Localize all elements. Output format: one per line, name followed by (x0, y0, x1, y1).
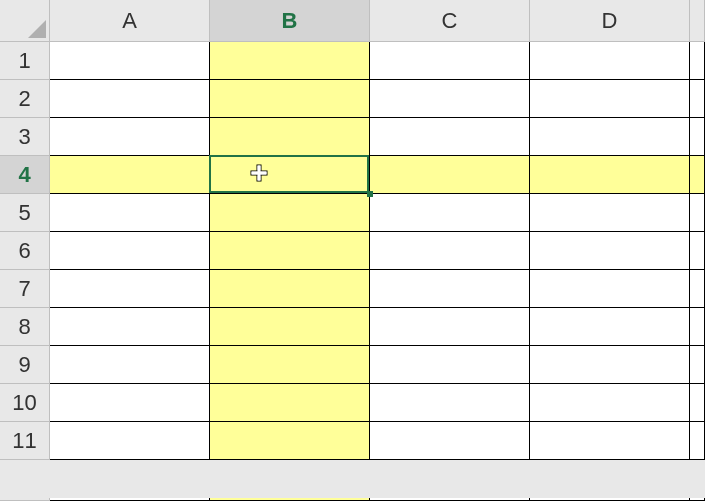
cell-partial6[interactable] (690, 232, 705, 270)
cell-D10[interactable] (530, 384, 690, 422)
cell-C9[interactable] (370, 346, 530, 384)
cell-B5[interactable] (210, 194, 370, 232)
row-header-8[interactable]: 8 (0, 308, 50, 346)
row-header-4[interactable]: 4 (0, 156, 50, 194)
column-header-C[interactable]: C (370, 0, 530, 42)
cell-C8[interactable] (370, 308, 530, 346)
row-header-label: 7 (18, 276, 30, 302)
cell-D11[interactable] (530, 422, 690, 460)
row-header-5[interactable]: 5 (0, 194, 50, 232)
cell-A8[interactable] (50, 308, 210, 346)
row-header-label: 11 (12, 428, 36, 454)
row-header-label: 1 (18, 48, 30, 74)
cell-D4[interactable] (530, 156, 690, 194)
cell-D3[interactable] (530, 118, 690, 156)
cell-C5[interactable] (370, 194, 530, 232)
cell-B1[interactable] (210, 42, 370, 80)
column-header-D[interactable]: D (530, 0, 690, 42)
cell-C11[interactable] (370, 422, 530, 460)
cell-partial7[interactable] (690, 270, 705, 308)
column-header-label: C (442, 8, 458, 34)
fill-handle[interactable] (367, 191, 373, 197)
column-header-partial[interactable] (690, 0, 705, 42)
cell-partial8[interactable] (690, 308, 705, 346)
row-header-10[interactable]: 10 (0, 384, 50, 422)
cell-A3[interactable] (50, 118, 210, 156)
cell-A1[interactable] (50, 42, 210, 80)
row-header-label: 3 (18, 124, 30, 150)
row-header-1[interactable]: 1 (0, 42, 50, 80)
row-header-3[interactable]: 3 (0, 118, 50, 156)
cell-A7[interactable] (50, 270, 210, 308)
cell-B3[interactable] (210, 118, 370, 156)
select-all-triangle-icon (28, 20, 46, 38)
row-header-label: 5 (18, 200, 30, 226)
cell-C3[interactable] (370, 118, 530, 156)
cell-D9[interactable] (530, 346, 690, 384)
cell-B9[interactable] (210, 346, 370, 384)
row-header-11[interactable]: 11 (0, 422, 50, 460)
row-header-label: 4 (18, 162, 30, 188)
cell-A4[interactable] (50, 156, 210, 194)
cell-partial4[interactable] (690, 156, 705, 194)
cell-D1[interactable] (530, 42, 690, 80)
cell-C6[interactable] (370, 232, 530, 270)
cell-partial10[interactable] (690, 384, 705, 422)
row-header-label: 9 (18, 352, 30, 378)
row-header-2[interactable]: 2 (0, 80, 50, 118)
cell-C10[interactable] (370, 384, 530, 422)
cell-A11[interactable] (50, 422, 210, 460)
column-header-label: B (282, 8, 298, 34)
cell-D7[interactable] (530, 270, 690, 308)
row-header-label: 10 (12, 390, 36, 416)
cell-B2[interactable] (210, 80, 370, 118)
cell-C4[interactable] (370, 156, 530, 194)
cell-D2[interactable] (530, 80, 690, 118)
cell-A9[interactable] (50, 346, 210, 384)
cell-partial9[interactable] (690, 346, 705, 384)
cell-A10[interactable] (50, 384, 210, 422)
row-header-label: 2 (18, 86, 30, 112)
cell-B11[interactable] (210, 422, 370, 460)
cell-partial5[interactable] (690, 194, 705, 232)
column-header-A[interactable]: A (50, 0, 210, 42)
cell-D6[interactable] (530, 232, 690, 270)
cell-partial11[interactable] (690, 422, 705, 460)
cell-partial1[interactable] (690, 42, 705, 80)
cell-D5[interactable] (530, 194, 690, 232)
cell-D8[interactable] (530, 308, 690, 346)
row-header-label: 6 (18, 238, 30, 264)
cell-B8[interactable] (210, 308, 370, 346)
cell-A6[interactable] (50, 232, 210, 270)
cell-B7[interactable] (210, 270, 370, 308)
cell-C7[interactable] (370, 270, 530, 308)
spreadsheet-grid: ABCD1234567891011 (0, 0, 705, 501)
select-all-corner[interactable] (0, 0, 50, 42)
row-header-6[interactable]: 6 (0, 232, 50, 270)
row-header-7[interactable]: 7 (0, 270, 50, 308)
column-header-B[interactable]: B (210, 0, 370, 42)
cell-C1[interactable] (370, 42, 530, 80)
cell-A2[interactable] (50, 80, 210, 118)
column-header-label: A (122, 8, 137, 34)
row-header-9[interactable]: 9 (0, 346, 50, 384)
cell-C2[interactable] (370, 80, 530, 118)
cell-B4[interactable] (210, 156, 370, 194)
cell-A5[interactable] (50, 194, 210, 232)
cell-partial2[interactable] (690, 80, 705, 118)
cell-partial3[interactable] (690, 118, 705, 156)
svg-marker-0 (28, 20, 46, 38)
cell-B6[interactable] (210, 232, 370, 270)
row-header-label: 8 (18, 314, 30, 340)
cell-B10[interactable] (210, 384, 370, 422)
column-header-label: D (602, 8, 618, 34)
